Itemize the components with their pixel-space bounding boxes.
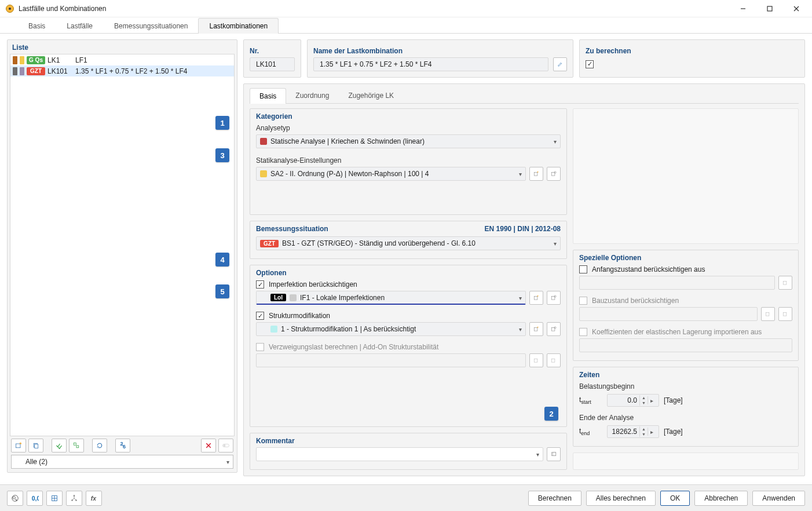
help-button[interactable] bbox=[7, 491, 23, 506]
svg-rect-30 bbox=[783, 313, 787, 316]
play-icon[interactable] bbox=[648, 396, 656, 404]
ok-button[interactable]: OK bbox=[660, 491, 690, 506]
tstart-input[interactable]: ▲▼ bbox=[607, 394, 659, 407]
imperfektion-select[interactable]: LoI IF1 - Lokale Imperfektionen bbox=[256, 291, 526, 305]
list-item-id: LK101 bbox=[47, 67, 73, 75]
struktur-select[interactable]: 1 - Strukturmodifikation 1 | As berücksi… bbox=[256, 322, 526, 336]
chip-icon bbox=[290, 294, 297, 301]
list-row-lk1[interactable]: G Qs LK1 LF1 bbox=[10, 54, 234, 65]
color-swatch bbox=[13, 56, 17, 64]
bemessung-group: Bemessungssituation EN 1990 | DIN | 2012… bbox=[250, 221, 567, 259]
imperf-edit-button[interactable] bbox=[547, 291, 561, 305]
verzweig-select bbox=[256, 353, 526, 367]
anfang-select bbox=[579, 276, 775, 290]
verzweig-edit-button bbox=[547, 353, 561, 367]
delete-button[interactable] bbox=[201, 439, 216, 452]
struktur-checkbox[interactable] bbox=[256, 312, 264, 320]
units-button[interactable]: 0,00 bbox=[27, 491, 43, 506]
color-swatch bbox=[13, 67, 17, 75]
list-heading: Liste bbox=[8, 40, 237, 54]
tend-input[interactable]: ▲▼ bbox=[607, 425, 659, 438]
svg-point-32 bbox=[13, 496, 15, 498]
bemessung-select[interactable]: GZT BS1 - GZT (STR/GEO) - Ständig und vo… bbox=[256, 236, 561, 250]
tree-button[interactable] bbox=[66, 491, 82, 506]
minimize-button[interactable] bbox=[730, 0, 756, 17]
anfang-checkbox[interactable] bbox=[579, 265, 587, 273]
list-body[interactable]: G Qs LK1 LF1 GZT LK101 1.35 * LF1 + 0.75… bbox=[10, 54, 235, 436]
tstart-unit: [Tage] bbox=[664, 396, 683, 404]
koeff-label: Koeffizienten der elastischen Lagerung i… bbox=[592, 328, 762, 336]
kommentar-input[interactable] bbox=[256, 447, 543, 461]
anwenden-button[interactable]: Anwenden bbox=[752, 491, 805, 506]
renumber-button[interactable]: 26 bbox=[115, 439, 130, 452]
edit-name-button[interactable] bbox=[553, 57, 567, 71]
tend-unit: [Tage] bbox=[664, 428, 683, 436]
structure-button[interactable] bbox=[46, 491, 63, 506]
abbrechen-button[interactable]: Abbrechen bbox=[694, 491, 748, 506]
statik-value: SA2 - II. Ordnung (P-Δ) | Newton-Raphson… bbox=[270, 170, 429, 178]
subtab-basis[interactable]: Basis bbox=[250, 88, 286, 104]
statik-edit-button[interactable] bbox=[547, 167, 561, 181]
badge-gqs: G Qs bbox=[27, 56, 45, 64]
tab-lastfaelle[interactable]: Lastfälle bbox=[56, 18, 104, 34]
chevron-down-icon bbox=[536, 450, 539, 458]
calc-checkbox[interactable] bbox=[586, 60, 594, 68]
svg-rect-25 bbox=[551, 359, 555, 363]
chip-icon bbox=[260, 170, 267, 177]
tab-bemessungssituationen[interactable]: Bemessungssituationen bbox=[103, 18, 199, 34]
imperf-new-button[interactable] bbox=[529, 291, 543, 305]
tab-lastkombinationen[interactable]: Lastkombinationen bbox=[198, 18, 279, 34]
zeiten-group: Zeiten Belastungsbeginn tstart ▲▼ [Tage]… bbox=[573, 367, 799, 447]
filter-select[interactable]: Alle (2) bbox=[11, 455, 233, 469]
uncheck-all-button[interactable] bbox=[69, 439, 84, 452]
check-all-button[interactable] bbox=[52, 439, 67, 452]
svg-rect-21 bbox=[534, 328, 537, 331]
new-item-button[interactable] bbox=[11, 439, 26, 452]
start-label: Belastungsbeginn bbox=[579, 382, 792, 390]
list-panel: Liste G Qs LK1 LF1 GZT LK101 1.35 * LF1 … bbox=[7, 39, 237, 473]
statik-label: Statikanalyse-Einstellungen bbox=[256, 156, 561, 165]
play-icon[interactable] bbox=[648, 428, 656, 436]
maximize-button[interactable] bbox=[756, 0, 783, 17]
alles-berechnen-button[interactable]: Alles berechnen bbox=[586, 491, 656, 506]
close-button[interactable] bbox=[783, 0, 810, 17]
berechnen-button[interactable]: Berechnen bbox=[528, 491, 581, 506]
name-input[interactable] bbox=[313, 57, 548, 71]
nr-label: Nr. bbox=[250, 43, 295, 57]
toggle-button[interactable] bbox=[218, 439, 233, 452]
calc-label: Zu berechnen bbox=[586, 43, 799, 57]
struktur-label: Strukturmodifikation bbox=[269, 312, 330, 320]
nr-box: Nr. bbox=[243, 39, 301, 78]
kommentar-button[interactable] bbox=[547, 447, 561, 461]
tab-basis[interactable]: Basis bbox=[17, 18, 56, 34]
bau-select bbox=[579, 307, 758, 321]
struktur-new-button[interactable] bbox=[529, 322, 543, 336]
badge-lol: LoI bbox=[270, 294, 286, 301]
statik-select[interactable]: SA2 - II. Ordnung (P-Δ) | Newton-Raphson… bbox=[256, 167, 526, 181]
refresh-button[interactable] bbox=[92, 439, 107, 452]
copy-item-button[interactable] bbox=[28, 439, 43, 452]
imperfektion-checkbox[interactable] bbox=[256, 280, 264, 289]
svg-rect-29 bbox=[766, 313, 769, 316]
color-swatch bbox=[20, 67, 24, 75]
struktur-edit-button[interactable] bbox=[547, 322, 561, 336]
chevron-down-icon bbox=[519, 170, 522, 178]
color-swatch bbox=[20, 56, 24, 64]
anfang-edit-button bbox=[778, 276, 792, 290]
list-row-lk101[interactable]: GZT LK101 1.35 * LF1 + 0.75 * LF2 + 1.50… bbox=[10, 65, 234, 76]
list-toolbar: 26 bbox=[8, 436, 237, 455]
optionen-heading: Optionen bbox=[256, 269, 561, 277]
chip-icon bbox=[270, 326, 277, 333]
subtab-zuordnung[interactable]: Zuordnung bbox=[286, 87, 339, 103]
subtab-zugehoerige[interactable]: Zugehörige LK bbox=[338, 87, 404, 103]
statik-new-button[interactable] bbox=[529, 167, 543, 181]
function-button[interactable]: fx bbox=[86, 491, 102, 506]
list-item-id: LK1 bbox=[47, 56, 73, 64]
svg-point-1 bbox=[9, 8, 11, 10]
svg-rect-9 bbox=[74, 443, 76, 446]
nr-input[interactable] bbox=[250, 57, 295, 71]
svg-rect-27 bbox=[553, 452, 556, 456]
analysetyp-select[interactable]: Statische Analyse | Kriechen & Schwinden… bbox=[256, 134, 561, 148]
chevron-down-icon bbox=[519, 294, 522, 302]
svg-rect-3 bbox=[767, 6, 772, 11]
